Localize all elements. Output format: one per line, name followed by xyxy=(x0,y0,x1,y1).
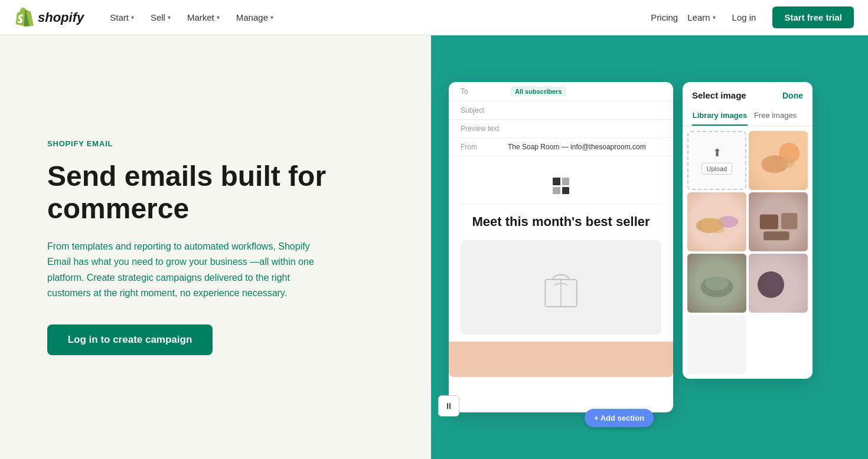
sq-tr xyxy=(562,178,570,185)
nav-manage[interactable]: Manage ▾ xyxy=(229,9,280,26)
email-product-image xyxy=(461,240,661,335)
email-to-field: To All subscribers xyxy=(449,82,673,101)
image-item-3[interactable] xyxy=(749,192,808,251)
select-image-title: Select image xyxy=(692,90,746,100)
nav-links: Start ▾ Sell ▾ Market ▾ Manage ▾ xyxy=(103,9,651,26)
svg-point-12 xyxy=(705,276,729,291)
logo-text: shopify xyxy=(38,10,84,25)
nav-start[interactable]: Start ▾ xyxy=(103,9,141,26)
bag-sketch-icon xyxy=(537,264,585,311)
email-from-field: From The Soap Room — info@thesoaproom.co… xyxy=(449,138,673,156)
image-grid: ⬆ Upload xyxy=(683,126,812,379)
product-image-4 xyxy=(687,254,746,313)
product-image-3 xyxy=(749,192,808,251)
chevron-down-icon: ▾ xyxy=(217,14,220,21)
svg-rect-8 xyxy=(760,215,778,230)
tab-library[interactable]: Library images xyxy=(692,106,748,126)
logo-squares xyxy=(553,178,569,194)
sq-tl xyxy=(553,178,560,185)
hero-description: From templates and reporting to automate… xyxy=(47,239,331,301)
image-selector-tabs: Library images Free images xyxy=(683,106,812,126)
nav-sell[interactable]: Sell ▾ xyxy=(143,9,178,26)
editor-container: To All subscribers Subject Preview text … xyxy=(431,58,868,436)
done-button[interactable]: Done xyxy=(782,91,803,100)
email-headline: Meet this month's best seller xyxy=(461,214,661,231)
svg-rect-7 xyxy=(702,218,725,233)
logo[interactable]: shopify xyxy=(14,8,84,28)
svg-rect-9 xyxy=(781,213,798,230)
email-composer: To All subscribers Subject Preview text … xyxy=(449,82,673,412)
tab-free-images[interactable]: Free images xyxy=(748,106,803,126)
svg-point-4 xyxy=(780,156,795,168)
upload-cell[interactable]: ⬆ Upload xyxy=(687,131,746,190)
email-footer-bar xyxy=(449,342,673,377)
sq-br xyxy=(562,187,570,195)
image-selector-header: Select image Done xyxy=(683,82,812,106)
email-body: Meet this month's best seller xyxy=(449,156,673,377)
chevron-down-icon: ▾ xyxy=(168,14,171,21)
create-campaign-button[interactable]: Log in to create campaign xyxy=(47,324,213,355)
start-trial-button[interactable]: Start free trial xyxy=(772,6,854,28)
hero-title: Send emails built for commerce xyxy=(47,160,384,225)
chevron-down-icon: ▾ xyxy=(713,14,716,21)
shopify-logo-icon xyxy=(14,8,34,28)
upload-label[interactable]: Upload xyxy=(701,163,733,175)
nav-pricing[interactable]: Pricing xyxy=(651,12,678,22)
demo-panel: To All subscribers Subject Preview text … xyxy=(431,35,868,459)
to-value-badge[interactable]: All subscribers xyxy=(510,87,566,96)
nav-right: Pricing Learn ▾ Log in Start free trial xyxy=(651,6,854,28)
image-item-6[interactable] xyxy=(687,315,746,374)
sq-bl xyxy=(553,187,560,195)
email-preview-field: Preview text xyxy=(449,120,673,138)
email-logo xyxy=(461,168,661,204)
product-image-2 xyxy=(687,192,746,251)
image-item-1[interactable] xyxy=(749,131,808,190)
image-item-5[interactable] xyxy=(749,254,808,313)
nav-learn[interactable]: Learn ▾ xyxy=(687,12,715,22)
navigation: shopify Start ▾ Sell ▾ Market ▾ Manage ▾… xyxy=(0,0,868,35)
pause-icon: ⏸ xyxy=(445,401,453,411)
chevron-down-icon: ▾ xyxy=(270,14,273,21)
add-section-button[interactable]: + Add section xyxy=(585,409,654,412)
svg-point-14 xyxy=(766,273,784,291)
product-image-5 xyxy=(749,254,808,313)
email-subject-field: Subject xyxy=(449,101,673,120)
upload-icon: ⬆ xyxy=(713,146,722,159)
pause-button[interactable]: ⏸ xyxy=(438,395,459,417)
product-image-1 xyxy=(749,131,808,190)
chevron-down-icon: ▾ xyxy=(131,14,134,21)
hero-panel: SHOPIFY EMAIL Send emails built for comm… xyxy=(0,35,431,459)
image-item-2[interactable] xyxy=(687,192,746,251)
main-content: SHOPIFY EMAIL Send emails built for comm… xyxy=(0,0,868,459)
image-item-4[interactable] xyxy=(687,254,746,313)
svg-rect-10 xyxy=(763,231,789,240)
image-selector-panel: Select image Done Library images Free im… xyxy=(683,82,812,379)
nav-login[interactable]: Log in xyxy=(725,9,763,26)
product-tag: SHOPIFY EMAIL xyxy=(47,139,384,148)
nav-market[interactable]: Market ▾ xyxy=(180,9,227,26)
